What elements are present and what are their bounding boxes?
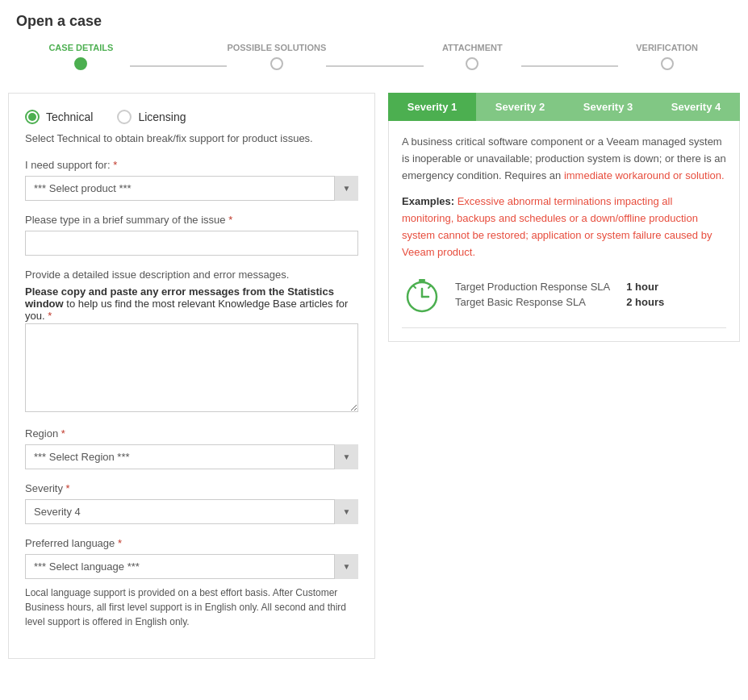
severity-select-wrapper: Severity 4 bbox=[25, 499, 358, 524]
examples-section: Examples: Excessive abnormal termination… bbox=[402, 194, 726, 260]
severity-tab-2[interactable]: Severity 2 bbox=[476, 93, 564, 121]
sla-basic-label: Target Basic Response SLA bbox=[455, 296, 610, 308]
severity-tab-3[interactable]: Severity 3 bbox=[564, 93, 652, 121]
sla-row-basic: Target Basic Response SLA 2 hours bbox=[455, 296, 675, 308]
page-title: Open a case bbox=[16, 13, 732, 30]
language-select[interactable]: *** Select language *** bbox=[25, 554, 358, 579]
severity-required-star: * bbox=[66, 482, 70, 494]
clock-icon bbox=[402, 274, 442, 315]
severity-tab-4[interactable]: Severity 4 bbox=[652, 93, 740, 121]
product-required-star: * bbox=[113, 159, 117, 171]
step-line-2 bbox=[326, 65, 424, 67]
step-label-possible-solutions: POSSIBLE SOLUTIONS bbox=[227, 43, 326, 52]
radio-technical-label: Technical bbox=[46, 110, 93, 123]
summary-field-group: Please type in a brief summary of the is… bbox=[25, 214, 358, 256]
desc-text-bold: Please copy and paste any error messages… bbox=[25, 285, 358, 322]
severity-tab-1[interactable]: Severity 1 bbox=[388, 93, 476, 121]
radio-group: Technical Licensing bbox=[25, 110, 358, 124]
severity-label: Severity * bbox=[25, 482, 358, 494]
region-select-wrapper: *** Select Region *** bbox=[25, 444, 358, 469]
radio-technical[interactable]: Technical bbox=[25, 110, 93, 124]
examples-title: Examples: bbox=[402, 195, 454, 207]
sla-basic-value: 2 hours bbox=[626, 296, 675, 308]
sla-row-production: Target Production Response SLA 1 hour bbox=[455, 281, 675, 293]
radio-technical-desc: Select Technical to obtain break/fix sup… bbox=[25, 132, 358, 144]
sla-production-label: Target Production Response SLA bbox=[455, 281, 610, 293]
left-panel: Technical Licensing Select Technical to … bbox=[8, 93, 375, 659]
stepper: CASE DETAILS POSSIBLE SOLUTIONS ATTACHME… bbox=[0, 43, 748, 86]
region-select[interactable]: *** Select Region *** bbox=[25, 444, 358, 469]
severity-tabs: Severity 1 Severity 2 Severity 3 Severit… bbox=[388, 93, 740, 121]
step-verification: VERIFICATION bbox=[618, 43, 716, 70]
sla-rows: Target Production Response SLA 1 hour Ta… bbox=[455, 281, 675, 308]
step-possible-solutions: POSSIBLE SOLUTIONS bbox=[227, 43, 326, 70]
severity-field-group: Severity * Severity 4 bbox=[25, 482, 358, 524]
severity-select[interactable]: Severity 4 bbox=[25, 499, 358, 524]
step-label-attachment: ATTACHMENT bbox=[442, 43, 503, 52]
summary-required-star: * bbox=[228, 214, 232, 226]
product-select[interactable]: *** Select product *** bbox=[25, 176, 358, 201]
sla-production-value: 1 hour bbox=[626, 281, 675, 293]
radio-licensing[interactable]: Licensing bbox=[117, 110, 186, 124]
step-dot-verification bbox=[661, 57, 674, 70]
description-field-group: Provide a detailed issue description and… bbox=[25, 269, 358, 415]
summary-label: Please type in a brief summary of the is… bbox=[25, 214, 358, 226]
language-label: Preferred language * bbox=[25, 537, 358, 549]
language-field-group: Preferred language * *** Select language… bbox=[25, 537, 358, 629]
product-select-wrapper: *** Select product *** bbox=[25, 176, 358, 201]
region-label: Region * bbox=[25, 427, 358, 440]
product-label: I need support for: * bbox=[25, 159, 358, 171]
svg-line-6 bbox=[428, 285, 431, 288]
step-dot-attachment bbox=[466, 57, 478, 70]
language-select-wrapper: *** Select language *** bbox=[25, 554, 358, 579]
step-line-3 bbox=[521, 65, 619, 67]
region-required-star: * bbox=[61, 427, 65, 440]
desc-required-star: * bbox=[48, 310, 52, 322]
radio-licensing-circle bbox=[117, 110, 132, 124]
radio-licensing-label: Licensing bbox=[138, 110, 186, 123]
svg-rect-3 bbox=[419, 279, 425, 281]
step-label-case-details: CASE DETAILS bbox=[48, 43, 113, 52]
step-line-1 bbox=[130, 65, 228, 67]
language-note: Local language support is provided on a … bbox=[25, 585, 358, 629]
product-field-group: I need support for: * *** Select product… bbox=[25, 159, 358, 201]
region-field-group: Region * *** Select Region *** bbox=[25, 427, 358, 469]
step-attachment: ATTACHMENT bbox=[424, 43, 521, 70]
severity-info-box: A business critical software component o… bbox=[388, 121, 740, 342]
svg-line-5 bbox=[413, 285, 416, 288]
desc-text-1: Provide a detailed issue description and… bbox=[25, 269, 358, 281]
step-dot-case-details bbox=[74, 57, 87, 70]
radio-technical-circle bbox=[25, 110, 40, 124]
step-case-details: CASE DETAILS bbox=[32, 43, 130, 70]
sla-section: Target Production Response SLA 1 hour Ta… bbox=[402, 274, 726, 315]
summary-input[interactable] bbox=[25, 231, 358, 256]
step-dot-possible-solutions bbox=[270, 57, 283, 70]
description-textarea[interactable] bbox=[25, 323, 358, 412]
right-panel: Severity 1 Severity 2 Severity 3 Severit… bbox=[388, 93, 740, 659]
step-label-verification: VERIFICATION bbox=[636, 43, 698, 52]
language-required-star: * bbox=[118, 537, 122, 549]
severity-description: A business critical software component o… bbox=[402, 134, 726, 184]
sla-divider bbox=[402, 327, 726, 328]
